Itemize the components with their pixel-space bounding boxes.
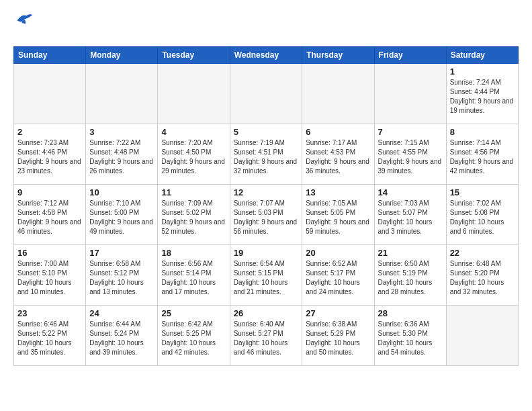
calendar-cell: 7Sunrise: 7:15 AM Sunset: 4:55 PM Daylig… xyxy=(374,124,446,184)
day-number: 21 xyxy=(378,248,443,258)
calendar-cell: 6Sunrise: 7:17 AM Sunset: 4:53 PM Daylig… xyxy=(302,124,374,184)
day-number: 22 xyxy=(450,248,515,258)
calendar-cell: 3Sunrise: 7:22 AM Sunset: 4:48 PM Daylig… xyxy=(86,124,158,184)
day-info: Sunrise: 6:36 AM Sunset: 5:30 PM Dayligh… xyxy=(378,320,443,357)
weekday-header-monday: Monday xyxy=(86,46,158,63)
week-row-5: 23Sunrise: 6:46 AM Sunset: 5:22 PM Dayli… xyxy=(14,305,519,365)
calendar-cell: 1Sunrise: 7:24 AM Sunset: 4:44 PM Daylig… xyxy=(446,63,518,124)
logo xyxy=(13,11,34,40)
day-info: Sunrise: 7:00 AM Sunset: 5:10 PM Dayligh… xyxy=(17,259,82,297)
day-info: Sunrise: 6:44 AM Sunset: 5:24 PM Dayligh… xyxy=(89,320,154,357)
page: SundayMondayTuesdayWednesdayThursdayFrid… xyxy=(0,0,532,377)
calendar-cell xyxy=(158,63,230,124)
day-info: Sunrise: 7:07 AM Sunset: 5:03 PM Dayligh… xyxy=(234,199,299,236)
day-info: Sunrise: 7:17 AM Sunset: 4:53 PM Dayligh… xyxy=(306,138,370,176)
day-number: 20 xyxy=(306,248,370,258)
day-number: 28 xyxy=(378,308,443,318)
day-info: Sunrise: 6:56 AM Sunset: 5:14 PM Dayligh… xyxy=(161,259,226,297)
day-info: Sunrise: 7:05 AM Sunset: 5:05 PM Dayligh… xyxy=(306,199,370,236)
logo-bird-icon xyxy=(15,11,34,26)
calendar-cell: 9Sunrise: 7:12 AM Sunset: 4:58 PM Daylig… xyxy=(14,184,86,244)
logo-text xyxy=(13,28,34,40)
day-number: 3 xyxy=(89,127,154,137)
calendar-cell: 2Sunrise: 7:23 AM Sunset: 4:46 PM Daylig… xyxy=(14,124,86,184)
day-info: Sunrise: 7:22 AM Sunset: 4:48 PM Dayligh… xyxy=(89,138,154,176)
day-number: 27 xyxy=(306,308,370,318)
day-number: 19 xyxy=(234,248,299,258)
day-number: 15 xyxy=(450,187,515,197)
day-number: 12 xyxy=(234,187,299,197)
calendar-cell xyxy=(230,63,302,124)
day-info: Sunrise: 6:38 AM Sunset: 5:29 PM Dayligh… xyxy=(306,320,370,357)
day-number: 26 xyxy=(234,308,299,318)
day-info: Sunrise: 7:19 AM Sunset: 4:51 PM Dayligh… xyxy=(234,138,299,176)
calendar-cell: 8Sunrise: 7:14 AM Sunset: 4:56 PM Daylig… xyxy=(446,124,518,184)
calendar-cell xyxy=(446,305,518,365)
day-number: 2 xyxy=(17,127,82,137)
day-number: 1 xyxy=(450,66,515,77)
day-info: Sunrise: 6:46 AM Sunset: 5:22 PM Dayligh… xyxy=(17,320,82,357)
day-info: Sunrise: 6:54 AM Sunset: 5:15 PM Dayligh… xyxy=(234,259,299,297)
day-info: Sunrise: 7:12 AM Sunset: 4:58 PM Dayligh… xyxy=(17,199,82,236)
day-info: Sunrise: 6:52 AM Sunset: 5:17 PM Dayligh… xyxy=(306,259,370,297)
day-number: 8 xyxy=(450,127,515,137)
calendar-cell: 28Sunrise: 6:36 AM Sunset: 5:30 PM Dayli… xyxy=(374,305,446,365)
calendar-cell: 19Sunrise: 6:54 AM Sunset: 5:15 PM Dayli… xyxy=(230,244,302,305)
calendar-cell: 21Sunrise: 6:50 AM Sunset: 5:19 PM Dayli… xyxy=(374,244,446,305)
calendar-cell: 23Sunrise: 6:46 AM Sunset: 5:22 PM Dayli… xyxy=(14,305,86,365)
day-info: Sunrise: 7:03 AM Sunset: 5:07 PM Dayligh… xyxy=(378,199,443,236)
calendar-cell: 11Sunrise: 7:09 AM Sunset: 5:02 PM Dayli… xyxy=(158,184,230,244)
day-info: Sunrise: 6:48 AM Sunset: 5:20 PM Dayligh… xyxy=(450,259,515,297)
day-info: Sunrise: 6:58 AM Sunset: 5:12 PM Dayligh… xyxy=(89,259,154,297)
calendar-cell: 16Sunrise: 7:00 AM Sunset: 5:10 PM Dayli… xyxy=(14,244,86,305)
calendar-cell: 10Sunrise: 7:10 AM Sunset: 5:00 PM Dayli… xyxy=(86,184,158,244)
calendar-cell xyxy=(302,63,374,124)
weekday-header-row: SundayMondayTuesdayWednesdayThursdayFrid… xyxy=(14,46,519,63)
week-row-4: 16Sunrise: 7:00 AM Sunset: 5:10 PM Dayli… xyxy=(14,244,519,305)
day-info: Sunrise: 7:23 AM Sunset: 4:46 PM Dayligh… xyxy=(17,138,82,176)
day-info: Sunrise: 6:50 AM Sunset: 5:19 PM Dayligh… xyxy=(378,259,443,297)
day-number: 4 xyxy=(161,127,226,137)
day-number: 5 xyxy=(234,127,299,137)
day-number: 6 xyxy=(306,127,370,137)
calendar-cell: 5Sunrise: 7:19 AM Sunset: 4:51 PM Daylig… xyxy=(230,124,302,184)
week-row-1: 1Sunrise: 7:24 AM Sunset: 4:44 PM Daylig… xyxy=(14,63,519,124)
day-number: 9 xyxy=(17,187,82,197)
calendar-cell: 27Sunrise: 6:38 AM Sunset: 5:29 PM Dayli… xyxy=(302,305,374,365)
header xyxy=(13,11,519,40)
calendar-cell: 25Sunrise: 6:42 AM Sunset: 5:25 PM Dayli… xyxy=(158,305,230,365)
day-info: Sunrise: 7:09 AM Sunset: 5:02 PM Dayligh… xyxy=(161,199,226,236)
calendar-cell: 18Sunrise: 6:56 AM Sunset: 5:14 PM Dayli… xyxy=(158,244,230,305)
day-info: Sunrise: 7:20 AM Sunset: 4:50 PM Dayligh… xyxy=(161,138,226,176)
day-info: Sunrise: 6:42 AM Sunset: 5:25 PM Dayligh… xyxy=(161,320,226,357)
day-number: 17 xyxy=(89,248,154,258)
calendar-cell: 13Sunrise: 7:05 AM Sunset: 5:05 PM Dayli… xyxy=(302,184,374,244)
day-number: 10 xyxy=(89,187,154,197)
calendar-cell: 15Sunrise: 7:02 AM Sunset: 5:08 PM Dayli… xyxy=(446,184,518,244)
calendar-cell: 24Sunrise: 6:44 AM Sunset: 5:24 PM Dayli… xyxy=(86,305,158,365)
calendar-cell xyxy=(14,63,86,124)
day-number: 24 xyxy=(89,308,154,318)
calendar-cell: 26Sunrise: 6:40 AM Sunset: 5:27 PM Dayli… xyxy=(230,305,302,365)
day-info: Sunrise: 7:14 AM Sunset: 4:56 PM Dayligh… xyxy=(450,138,515,176)
day-number: 25 xyxy=(161,308,226,318)
day-number: 18 xyxy=(161,248,226,258)
calendar: SundayMondayTuesdayWednesdayThursdayFrid… xyxy=(13,46,519,366)
day-number: 23 xyxy=(17,308,82,318)
day-info: Sunrise: 7:24 AM Sunset: 4:44 PM Dayligh… xyxy=(450,78,515,116)
day-number: 13 xyxy=(306,187,370,197)
day-info: Sunrise: 7:15 AM Sunset: 4:55 PM Dayligh… xyxy=(378,138,443,176)
weekday-header-wednesday: Wednesday xyxy=(230,46,302,63)
weekday-header-saturday: Saturday xyxy=(446,46,518,63)
calendar-cell: 4Sunrise: 7:20 AM Sunset: 4:50 PM Daylig… xyxy=(158,124,230,184)
day-info: Sunrise: 6:40 AM Sunset: 5:27 PM Dayligh… xyxy=(234,320,299,357)
weekday-header-sunday: Sunday xyxy=(14,46,86,63)
day-number: 14 xyxy=(378,187,443,197)
week-row-3: 9Sunrise: 7:12 AM Sunset: 4:58 PM Daylig… xyxy=(14,184,519,244)
calendar-cell: 22Sunrise: 6:48 AM Sunset: 5:20 PM Dayli… xyxy=(446,244,518,305)
calendar-cell: 14Sunrise: 7:03 AM Sunset: 5:07 PM Dayli… xyxy=(374,184,446,244)
day-number: 16 xyxy=(17,248,82,258)
calendar-cell xyxy=(86,63,158,124)
day-info: Sunrise: 7:10 AM Sunset: 5:00 PM Dayligh… xyxy=(89,199,154,236)
week-row-2: 2Sunrise: 7:23 AM Sunset: 4:46 PM Daylig… xyxy=(14,124,519,184)
